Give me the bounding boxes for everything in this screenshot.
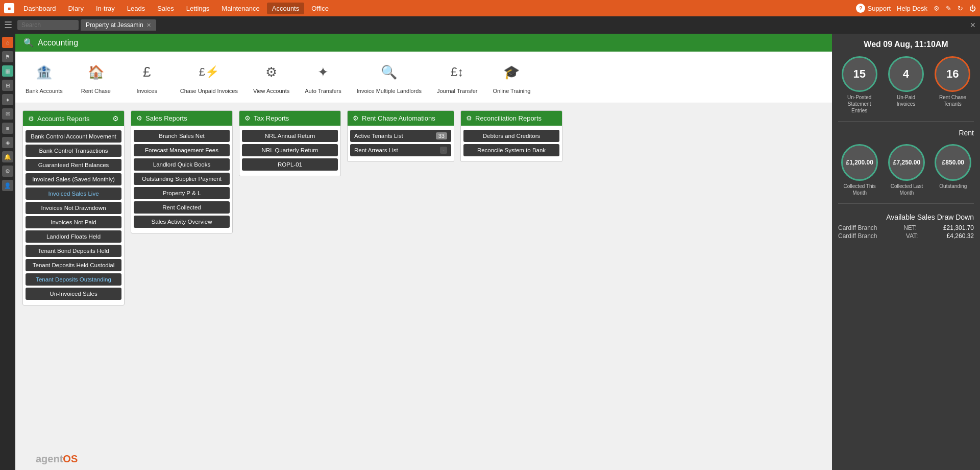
training-label: Online Training [493, 87, 530, 95]
quick-icon-rent-chase[interactable]: 🏠 Rent Chase [78, 60, 114, 95]
tax-reports-title: Tax Reports [254, 114, 289, 122]
edit-icon[interactable]: ✎ [946, 5, 951, 12]
stat-unposted: 15 Un-Posted Statement Entries [840, 56, 878, 114]
tax-reports-header: ⚙ Tax Reports [239, 111, 340, 126]
btn-branch-sales-net[interactable]: Branch Sales Net [134, 130, 230, 142]
search-input[interactable] [17, 20, 79, 30]
helpdesk-label[interactable]: Help Desk [897, 5, 927, 12]
sidebar-icon-3[interactable]: ⊞ [2, 80, 13, 91]
btn-rent-arrears[interactable]: Rent Arrears List - [350, 144, 451, 156]
sidebar-icon-8[interactable]: 🔔 [2, 151, 13, 162]
support-icon: ? [856, 4, 865, 13]
btn-rent-collected[interactable]: Rent Collected [134, 201, 230, 214]
training-icon: 🎓 [499, 60, 524, 84]
btn-outstanding-supplier[interactable]: Outstanding Supplier Payment [134, 173, 230, 185]
btn-nrl-quarterly[interactable]: NRL Quarterly Return [242, 144, 338, 156]
quick-icon-journal[interactable]: £↕ Journal Transfer [437, 60, 477, 95]
sidebar-icon-9[interactable]: ⚙ [2, 166, 13, 177]
btn-invoiced-sales-saved[interactable]: Invoiced Sales (Saved Monthly) [26, 173, 121, 185]
btn-uninvoiced-sales[interactable]: Un-Invoiced Sales [26, 288, 121, 300]
tax-reports-icon: ⚙ [244, 114, 251, 122]
drawdown-amount-2: £4,260.32 [947, 232, 974, 240]
drawdown-row-2: Cardiff Branch VAT: £4,260.32 [838, 232, 974, 240]
drawdown-type-2: VAT: [906, 232, 918, 240]
btn-ropl-01[interactable]: ROPL-01 [242, 158, 338, 171]
sales-reports-header: ⚙ Sales Reports [131, 111, 232, 126]
rent-chase-label: Rent Chase [81, 87, 111, 95]
settings-icon[interactable]: ⚙ [934, 5, 940, 12]
power-icon[interactable]: ⏻ [969, 5, 976, 12]
quick-icons-bar: 🏦 Bank Accounts 🏠 Rent Chase £ Invoices … [15, 52, 832, 103]
btn-invoiced-sales-live[interactable]: Invoiced Sales Live [26, 187, 121, 200]
nav-accounts[interactable]: Accounts [267, 3, 304, 14]
support-button[interactable]: ? Support [856, 4, 891, 13]
sidebar-toggle[interactable]: ☰ [4, 19, 12, 31]
sync-icon[interactable]: ↻ [958, 5, 963, 12]
chase-unpaid-label: Chase Unpaid Invoices [180, 87, 238, 95]
tax-reports-body: NRL Annual Return NRL Quarterly Return R… [239, 126, 340, 176]
accounts-reports-section: ⚙ Accounts Reports ⚙ Bank Control Accoun… [22, 110, 125, 306]
btn-tenant-deposits-outstanding[interactable]: Tenant Deposits Outstanding [26, 273, 121, 286]
nav-office[interactable]: Office [306, 3, 334, 14]
stats-circles-row: 15 Un-Posted Statement Entries 4 Un-Paid… [838, 56, 974, 114]
money-stats-row: £1,200.00 Collected This Month £7,250.00… [838, 144, 974, 196]
tab-bar-close[interactable]: ✕ [970, 21, 976, 29]
tab-property-jessamin[interactable]: Property at Jessamin ✕ [81, 19, 156, 31]
nav-maintenance[interactable]: Maintenance [216, 3, 264, 14]
tab-close-icon[interactable]: ✕ [146, 22, 151, 29]
collected-last-month-circle: £7,250.00 [888, 144, 925, 181]
right-panel: Wed 09 Aug, 11:10AM 15 Un-Posted Stateme… [832, 34, 980, 470]
rent-chase-body: Active Tenants List 33 Rent Arrears List… [348, 126, 454, 161]
collected-last-month: £7,250.00 Collected Last Month [888, 144, 926, 196]
btn-nrl-annual[interactable]: NRL Annual Return [242, 130, 338, 142]
sidebar-icon-5[interactable]: ✉ [2, 108, 13, 120]
btn-bank-control-movement[interactable]: Bank Control Account Movement [26, 130, 121, 143]
btn-invoices-not-paid[interactable]: Invoices Not Paid [26, 216, 121, 228]
btn-tenant-deposits-custodial[interactable]: Tenant Deposits Held Custodial [26, 259, 121, 271]
nav-intray[interactable]: In-tray [91, 3, 120, 14]
nav-leads[interactable]: Leads [122, 3, 150, 14]
accounts-reports-body: Bank Control Account Movement Bank Contr… [23, 126, 124, 305]
sidebar-icon-2[interactable]: ▦ [2, 65, 13, 77]
quick-icon-invoice-landlords[interactable]: 🔍 Invoice Multiple Landlords [357, 60, 422, 95]
rent-chase-icon: 🏠 [84, 60, 108, 84]
sidebar-icon-4[interactable]: ♦ [2, 94, 13, 105]
view-accounts-label: View Accounts [253, 87, 289, 95]
quick-icon-invoices[interactable]: £ Invoices [129, 60, 165, 95]
quick-icon-view-accounts[interactable]: ⚙ View Accounts [253, 60, 289, 95]
quick-icon-bank-accounts[interactable]: 🏦 Bank Accounts [26, 60, 63, 95]
accounts-reports-settings-icon[interactable]: ⚙ [112, 114, 119, 123]
app-logo: ■ [4, 3, 14, 13]
main-layout: ⌂ ⚑ ▦ ⊞ ♦ ✉ ≡ ◈ 🔔 ⚙ 👤 🔍 Accounting 🏦 Ban… [0, 34, 980, 470]
quick-icon-chase-unpaid[interactable]: £⚡ Chase Unpaid Invoices [180, 60, 238, 95]
stat-unpaid: 4 Un-Paid Invoices [887, 56, 925, 114]
btn-debtors-creditors[interactable]: Debtors and Creditors [463, 130, 559, 142]
btn-active-tenants[interactable]: Active Tenants List 33 [350, 130, 451, 142]
sidebar-icon-10[interactable]: 👤 [2, 180, 13, 191]
btn-guaranteed-rent[interactable]: Guaranteed Rent Balances [26, 159, 121, 171]
nav-dashboard[interactable]: Dashboard [18, 3, 61, 14]
btn-reconcile-system[interactable]: Reconcile System to Bank [463, 144, 559, 156]
sidebar-icon-7[interactable]: ◈ [2, 137, 13, 148]
btn-bank-control-transactions[interactable]: Bank Control Transactions [26, 145, 121, 157]
quick-icon-training[interactable]: 🎓 Online Training [493, 60, 530, 95]
btn-landlord-quick-books[interactable]: Landlord Quick Books [134, 158, 230, 171]
rent-chase-section: ⚙ Rent Chase Automations Active Tenants … [347, 110, 454, 162]
btn-property-pl[interactable]: Property P & L [134, 187, 230, 199]
nav-lettings[interactable]: Lettings [181, 3, 215, 14]
btn-invoices-not-drawndown[interactable]: Invoices Not Drawndown [26, 202, 121, 214]
quick-icon-auto-transfers[interactable]: ✦ Auto Transfers [305, 60, 341, 95]
btn-sales-activity[interactable]: Sales Activity Overview [134, 216, 230, 228]
btn-tenant-bond-deposits[interactable]: Tenant Bond Deposits Held [26, 245, 121, 257]
sidebar-icon-6[interactable]: ≡ [2, 123, 13, 134]
sidebar-icon-home[interactable]: ⌂ [2, 37, 13, 48]
nav-sales[interactable]: Sales [152, 3, 179, 14]
btn-forecast-mgmt-fees[interactable]: Forecast Management Fees [134, 144, 230, 156]
sidebar-icon-1[interactable]: ⚑ [2, 51, 13, 62]
nav-diary[interactable]: Diary [63, 3, 89, 14]
unpaid-label: Un-Paid Invoices [887, 94, 925, 107]
top-navigation: ■ Dashboard Diary In-tray Leads Sales Le… [0, 0, 980, 16]
auto-transfers-label: Auto Transfers [305, 87, 341, 95]
btn-landlord-floats[interactable]: Landlord Floats Held [26, 230, 121, 243]
reports-grid: ⚙ Accounts Reports ⚙ Bank Control Accoun… [15, 103, 832, 470]
